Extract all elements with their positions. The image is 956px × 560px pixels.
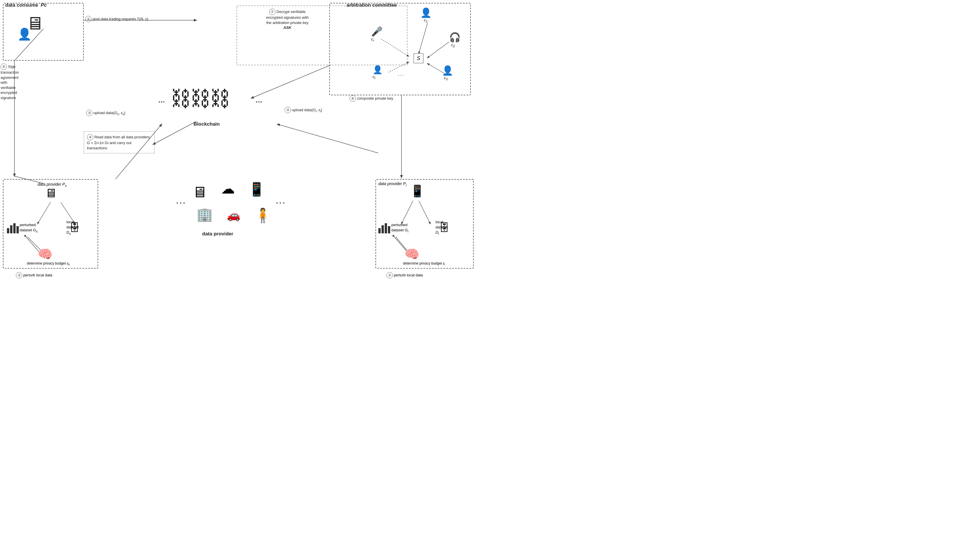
- c2-label: c2: [451, 43, 455, 48]
- step3-i-text: ③ upload data{Gi, εi}: [285, 107, 348, 113]
- ct-label: ct: [373, 74, 376, 80]
- svg-rect-23: [7, 228, 9, 233]
- step6-text: ⑥ composite private key: [349, 95, 401, 102]
- center-building-icon: 🏢: [197, 206, 213, 222]
- svg-rect-26: [16, 226, 19, 233]
- svg-line-2: [251, 65, 331, 98]
- center-monitor-icon: 🖥: [192, 183, 207, 201]
- step1-circle: ①: [85, 16, 91, 22]
- blockchain-dots-right: ...: [256, 95, 262, 105]
- c2-icon: 🎧: [449, 32, 461, 43]
- cr-label: cr: [371, 37, 374, 42]
- svg-rect-24: [10, 225, 13, 233]
- center-cloud-icon: ☁: [221, 181, 235, 197]
- svg-rect-25: [13, 223, 16, 233]
- ps-local-label: localdatasetDs: [66, 220, 79, 236]
- c3-icon: 👤: [442, 65, 453, 76]
- center-provider-label: data provider: [202, 231, 233, 237]
- pi-barchart-icon: [378, 221, 391, 235]
- svg-rect-30: [388, 226, 390, 233]
- center-dots-right: ...: [276, 197, 286, 206]
- ps-brain-icon: 🧠: [38, 247, 53, 261]
- svg-line-4: [277, 124, 378, 153]
- consumer-title: data consume Pc: [5, 2, 47, 8]
- step4-box: ④ Read data from all data providers G = …: [84, 131, 154, 153]
- arbitration-dots: ...: [398, 72, 404, 77]
- pi-determine-label: determine privacy budget εi: [378, 261, 470, 266]
- blockchain-label: Blockchain: [193, 121, 220, 127]
- step2-s-text: ② perturb local data: [16, 272, 52, 278]
- step2-i-text: ② perturb local data: [387, 272, 423, 278]
- cr-icon: 🎤: [371, 26, 383, 37]
- svg-rect-27: [378, 228, 381, 233]
- center-dots-left: ...: [176, 197, 186, 206]
- s-box: S: [414, 53, 423, 63]
- pi-brain-icon: 🧠: [404, 247, 419, 261]
- ps-label: data provider Ps: [38, 182, 67, 187]
- pi-local-label: localdatasetDi: [436, 220, 448, 236]
- blockchain-chain-icon: ⛓⛓⛓: [170, 87, 229, 110]
- arbitration-title: arbitration committee: [347, 2, 397, 8]
- c3-label: c3: [444, 76, 448, 81]
- arbitration-box: [329, 3, 471, 95]
- ps-barchart-icon: [6, 221, 19, 235]
- pi-mobile-icon: 📱: [410, 184, 425, 198]
- center-car-icon: 🚗: [227, 209, 240, 222]
- center-person-icon: 🧍: [254, 208, 272, 223]
- svg-rect-29: [385, 223, 387, 233]
- c1-label: c1: [424, 18, 428, 23]
- diagram-container: data consume Pc 🖥 👤 ① post data trading …: [0, 0, 478, 280]
- ps-determine-label: determine privacy budget εs: [6, 261, 90, 266]
- svg-line-7: [153, 121, 197, 145]
- step1-text: ① post data trading requests T(N, ε): [85, 16, 183, 22]
- ct-icon: 👤: [373, 65, 383, 74]
- step5-text: ⑤ Signtransactionagreementwithverifiable…: [1, 63, 35, 100]
- consumer-figure-icon: 👤: [17, 27, 32, 41]
- step3-s-text: ③ upload data{Gs, εs}: [86, 110, 149, 116]
- pi-perturbed-label: perturbeddataset Gi: [392, 222, 409, 234]
- svg-rect-28: [382, 225, 384, 233]
- ps-perturbed-label: perturbeddataset Gs: [20, 222, 38, 234]
- blockchain-dots-left: ...: [158, 95, 165, 105]
- pi-label: data provider Pi: [378, 181, 407, 187]
- ps-monitor-icon: 🖥: [45, 186, 57, 200]
- center-mobile-icon: 📱: [248, 181, 265, 197]
- step7-text: ⑦ Decrypt verifiable encrypted signature…: [247, 9, 328, 30]
- c1-icon: 👤: [420, 7, 432, 18]
